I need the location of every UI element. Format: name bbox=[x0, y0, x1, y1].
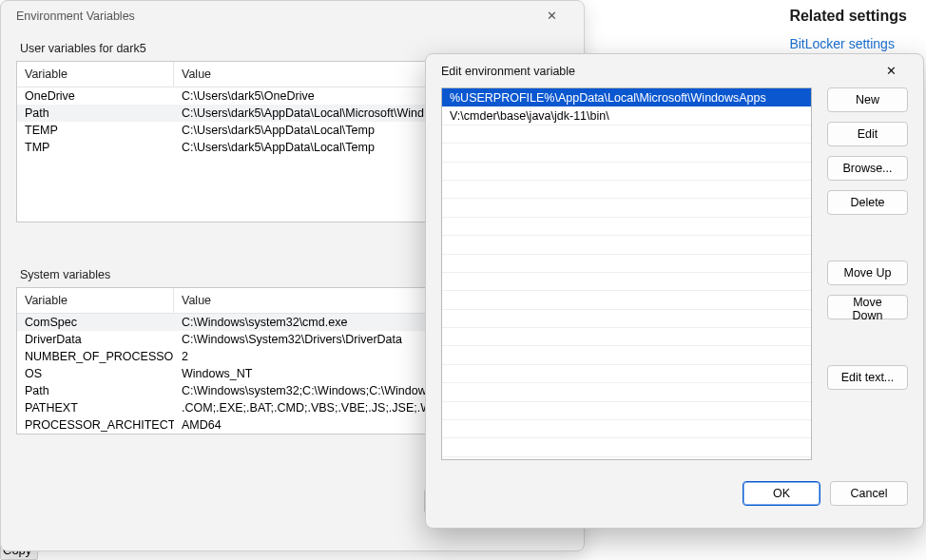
spacer bbox=[827, 224, 908, 251]
list-item[interactable]: V:\cmder\base\java\jdk-11\bin\ bbox=[442, 106, 811, 125]
path-entries-list[interactable]: %USERPROFILE%\AppData\Local\Microsoft\Wi… bbox=[441, 87, 812, 460]
delete-button[interactable]: Delete bbox=[827, 190, 908, 215]
move-up-button[interactable]: Move Up bbox=[827, 261, 908, 285]
cell-variable: ComSpec bbox=[17, 314, 174, 331]
list-item-empty[interactable]: . bbox=[442, 273, 811, 291]
cell-variable: OS bbox=[17, 365, 174, 382]
column-header-variable[interactable]: Variable bbox=[17, 288, 174, 313]
edit-side-buttons: New Edit Browse... Delete Move Up Move D… bbox=[827, 87, 908, 460]
list-item-empty[interactable]: . bbox=[442, 420, 811, 438]
list-item-empty[interactable]: . bbox=[442, 438, 811, 456]
list-item-empty[interactable]: . bbox=[442, 218, 811, 236]
list-item-empty[interactable]: . bbox=[442, 126, 811, 144]
cell-variable: Path bbox=[17, 382, 174, 399]
env-window-title: Environment Variables bbox=[16, 10, 534, 23]
list-item[interactable]: %USERPROFILE%\AppData\Local\Microsoft\Wi… bbox=[442, 88, 811, 106]
close-icon[interactable]: ✕ bbox=[874, 64, 908, 78]
new-button[interactable]: New bbox=[827, 87, 908, 112]
list-item-empty[interactable]: . bbox=[442, 402, 811, 420]
list-item-empty[interactable]: . bbox=[442, 144, 811, 162]
edit-text-button[interactable]: Edit text... bbox=[827, 365, 908, 390]
list-item-empty[interactable]: . bbox=[442, 181, 811, 199]
edit-titlebar: Edit environment variable ✕ bbox=[426, 54, 923, 87]
bitlocker-link[interactable]: BitLocker settings bbox=[789, 36, 907, 51]
move-down-button[interactable]: Move Down bbox=[827, 295, 908, 319]
list-item-empty[interactable]: . bbox=[442, 383, 811, 401]
column-header-variable[interactable]: Variable bbox=[17, 62, 174, 87]
spacer bbox=[827, 329, 908, 356]
close-icon[interactable]: ✕ bbox=[534, 9, 569, 23]
cell-variable: Path bbox=[17, 105, 174, 122]
related-settings-title: Related settings bbox=[789, 8, 907, 25]
edit-environment-variable-dialog: Edit environment variable ✕ %USERPROFILE… bbox=[425, 53, 924, 529]
related-settings-section: Related settings BitLocker settings bbox=[789, 8, 907, 51]
list-item-empty[interactable]: . bbox=[442, 328, 811, 346]
ok-button[interactable]: OK bbox=[743, 481, 820, 506]
cell-variable: PROCESSOR_ARCHITECTURE bbox=[17, 416, 174, 434]
list-item-empty[interactable]: . bbox=[442, 291, 811, 309]
list-item-empty[interactable]: . bbox=[442, 199, 811, 217]
cell-variable: TEMP bbox=[17, 122, 174, 139]
cell-variable: OneDrive bbox=[17, 87, 174, 105]
list-item-empty[interactable]: . bbox=[442, 346, 811, 364]
cell-variable: DriverData bbox=[17, 331, 174, 348]
cancel-button[interactable]: Cancel bbox=[830, 481, 908, 506]
list-item-empty[interactable]: . bbox=[442, 310, 811, 328]
list-item-empty[interactable]: . bbox=[442, 236, 811, 254]
list-item-empty[interactable]: . bbox=[442, 163, 811, 181]
env-titlebar: Environment Variables ✕ bbox=[1, 1, 584, 30]
edit-button[interactable]: Edit bbox=[827, 122, 908, 146]
cell-variable: PATHEXT bbox=[17, 399, 174, 416]
edit-window-title: Edit environment variable bbox=[441, 65, 874, 78]
browse-button[interactable]: Browse... bbox=[827, 156, 908, 181]
list-item-empty[interactable]: . bbox=[442, 365, 811, 383]
cell-variable: TMP bbox=[17, 139, 174, 156]
list-item-empty[interactable]: . bbox=[442, 255, 811, 273]
cell-variable: NUMBER_OF_PROCESSORS bbox=[17, 348, 174, 365]
